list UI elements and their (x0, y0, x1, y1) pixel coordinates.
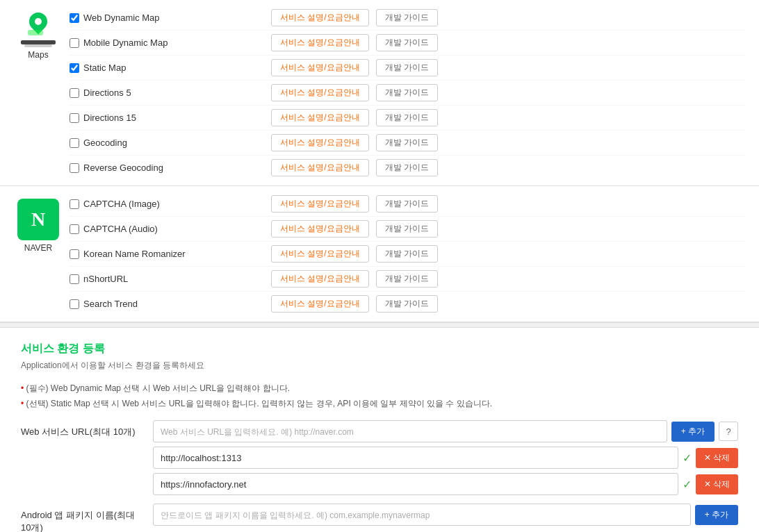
web-url-value1-input[interactable] (153, 447, 678, 469)
checkbox-korean-name[interactable] (70, 249, 79, 259)
web-url-inputs: + 추가 ? ✓ ✕ 삭제 ✓ ✕ 삭제 (153, 420, 738, 495)
android-inputs: + 추가 (153, 504, 738, 526)
checkbox-reverse-geocoding[interactable] (70, 163, 79, 173)
group-naver: N NAVER CAPTCHA (Image) 서비스 설명/요금안내 개발 가… (0, 186, 759, 322)
registration-section: 서비스 환경 등록 Application에서 이용할 서비스 환경을 등록하세… (0, 328, 759, 532)
service-btn-nshorturl[interactable]: 서비스 설명/요금안내 (271, 270, 369, 288)
guide-btn-web-dynamic-map[interactable]: 개발 가이드 (376, 9, 438, 26)
guide-btn-captcha-audio[interactable]: 개발 가이드 (376, 220, 438, 238)
service-btn-directions-15[interactable]: 서비스 설명/요금안내 (271, 109, 369, 126)
web-url-row: Web 서비스 URL(최대 10개) + 추가 ? ✓ ✕ 삭제 ✓ ✕ 삭제 (21, 420, 738, 495)
guide-btn-static-map[interactable]: 개발 가이드 (376, 59, 438, 76)
checkbox-captcha-image[interactable] (70, 199, 79, 209)
checkbox-area-mobile-dynamic-map: Mobile Dynamic Map (70, 38, 264, 48)
checkbox-area-geocoding: Geocoding (70, 138, 264, 148)
group-icon-naver: N NAVER (0, 192, 70, 253)
btn-area-captcha-audio: 서비스 설명/요금안내 개발 가이드 (271, 220, 438, 238)
group-maps: Maps Web Dynamic Map 서비스 설명/요금안내 개발 가이드 … (0, 0, 759, 186)
reg-title: 서비스 환경 등록 (21, 342, 738, 356)
btn-area-reverse-geocoding: 서비스 설명/요금안내 개발 가이드 (271, 159, 438, 176)
checkbox-nshorturl[interactable] (70, 274, 79, 284)
section-divider (0, 322, 759, 328)
checkbox-directions-5[interactable] (70, 88, 79, 98)
web-url-add-button[interactable]: + 추가 (671, 422, 715, 442)
checkbox-label-directions-15: Directions 15 (83, 113, 136, 123)
guide-btn-geocoding[interactable]: 개발 가이드 (376, 134, 438, 151)
checkbox-area-directions-5: Directions 5 (70, 88, 264, 98)
btn-area-web-dynamic-map: 서비스 설명/요금안내 개발 가이드 (271, 9, 438, 26)
checkbox-label-geocoding: Geocoding (83, 138, 127, 148)
android-add-button[interactable]: + 추가 (695, 505, 738, 525)
notice-list: • (필수) Web Dynamic Map 선택 시 Web 서비스 URL을… (21, 382, 738, 410)
web-url-delete2-button[interactable]: ✕ 삭제 (696, 474, 738, 494)
api-item-row-korean-name: Korean Name Romanizer 서비스 설명/요금안내 개발 가이드 (70, 242, 745, 267)
guide-btn-korean-name[interactable]: 개발 가이드 (376, 245, 438, 263)
guide-btn-reverse-geocoding[interactable]: 개발 가이드 (376, 159, 438, 176)
btn-area-geocoding: 서비스 설명/요금안내 개발 가이드 (271, 134, 438, 151)
service-btn-search-trend[interactable]: 서비스 설명/요금안내 (271, 295, 369, 313)
web-url-value2-input[interactable] (153, 473, 678, 495)
api-section: Maps Web Dynamic Map 서비스 설명/요금안내 개발 가이드 … (0, 0, 759, 322)
api-item-row-nshorturl: nShortURL 서비스 설명/요금안내 개발 가이드 (70, 267, 745, 292)
service-btn-reverse-geocoding[interactable]: 서비스 설명/요금안내 (271, 159, 369, 176)
guide-btn-nshorturl[interactable]: 개발 가이드 (376, 270, 438, 288)
guide-btn-directions-5[interactable]: 개발 가이드 (376, 84, 438, 101)
btn-area-captcha-image: 서비스 설명/요금안내 개발 가이드 (271, 195, 438, 213)
btn-area-search-trend: 서비스 설명/요금안내 개발 가이드 (271, 295, 438, 313)
web-url-label: Web 서비스 URL(최대 10개) (21, 420, 146, 438)
web-url-help-button[interactable]: ? (719, 422, 738, 441)
api-item-row-directions-5: Directions 5 서비스 설명/요금안내 개발 가이드 (70, 81, 745, 106)
api-item-row-captcha-audio: CAPTCHA (Audio) 서비스 설명/요금안내 개발 가이드 (70, 217, 745, 242)
web-url-input[interactable] (153, 420, 667, 442)
checkbox-area-korean-name: Korean Name Romanizer (70, 249, 264, 259)
checkbox-directions-15[interactable] (70, 113, 79, 123)
service-btn-web-dynamic-map[interactable]: 서비스 설명/요금안내 (271, 9, 369, 26)
naver-label: NAVER (24, 243, 52, 253)
checkbox-area-reverse-geocoding: Reverse Geocoding (70, 163, 264, 173)
btn-area-korean-name: 서비스 설명/요금안내 개발 가이드 (271, 245, 438, 263)
service-btn-geocoding[interactable]: 서비스 설명/요금안내 (271, 134, 369, 151)
api-item-row-search-trend: Search Trend 서비스 설명/요금안내 개발 가이드 (70, 292, 745, 316)
checkbox-area-web-dynamic-map: Web Dynamic Map (70, 13, 264, 23)
web-url-value2-row: ✓ ✕ 삭제 (153, 473, 738, 495)
service-btn-captcha-audio[interactable]: 서비스 설명/요금안내 (271, 220, 369, 238)
checkbox-area-captcha-audio: CAPTCHA (Audio) (70, 224, 264, 234)
checkbox-mobile-dynamic-map[interactable] (70, 38, 79, 48)
checkbox-area-static-map: Static Map (70, 63, 264, 73)
checkbox-label-reverse-geocoding: Reverse Geocoding (83, 163, 163, 173)
checkbox-label-korean-name: Korean Name Romanizer (83, 249, 186, 259)
guide-btn-mobile-dynamic-map[interactable]: 개발 가이드 (376, 34, 438, 51)
guide-btn-search-trend[interactable]: 개발 가이드 (376, 295, 438, 313)
android-input[interactable] (153, 504, 691, 526)
checkbox-label-directions-5: Directions 5 (83, 88, 131, 98)
checkbox-label-web-dynamic-map: Web Dynamic Map (83, 13, 160, 23)
check-icon-1: ✓ (683, 451, 692, 465)
checkbox-area-directions-15: Directions 15 (70, 113, 264, 123)
service-btn-directions-5[interactable]: 서비스 설명/요금안내 (271, 84, 369, 101)
web-url-value1-row: ✓ ✕ 삭제 (153, 447, 738, 469)
checkbox-search-trend[interactable] (70, 299, 79, 309)
checkbox-captcha-audio[interactable] (70, 224, 79, 234)
guide-btn-captcha-image[interactable]: 개발 가이드 (376, 195, 438, 213)
android-label: Android 앱 패키지 이름(최대 10개) (21, 504, 146, 532)
service-btn-static-map[interactable]: 서비스 설명/요금안내 (271, 59, 369, 76)
checkbox-web-dynamic-map[interactable] (70, 13, 79, 23)
check-icon-2: ✓ (683, 478, 692, 491)
maps-logo-icon (19, 13, 58, 49)
guide-btn-directions-15[interactable]: 개발 가이드 (376, 109, 438, 126)
checkbox-static-map[interactable] (70, 63, 79, 73)
api-item-row-directions-15: Directions 15 서비스 설명/요금안내 개발 가이드 (70, 106, 745, 131)
api-item-row-web-dynamic-map: Web Dynamic Map 서비스 설명/요금안내 개발 가이드 (70, 6, 745, 31)
checkbox-geocoding[interactable] (70, 138, 79, 148)
service-btn-korean-name[interactable]: 서비스 설명/요금안내 (271, 245, 369, 263)
checkbox-label-static-map: Static Map (83, 63, 126, 73)
naver-logo-icon: N (17, 199, 59, 240)
btn-area-directions-5: 서비스 설명/요금안내 개발 가이드 (271, 84, 438, 101)
service-btn-captcha-image[interactable]: 서비스 설명/요금안내 (271, 195, 369, 213)
items-col-maps: Web Dynamic Map 서비스 설명/요금안내 개발 가이드 Mobil… (70, 6, 759, 180)
items-col-naver: CAPTCHA (Image) 서비스 설명/요금안내 개발 가이드 CAPTC… (70, 192, 759, 316)
maps-label: Maps (28, 50, 48, 60)
service-btn-mobile-dynamic-map[interactable]: 서비스 설명/요금안내 (271, 34, 369, 51)
web-url-delete1-button[interactable]: ✕ 삭제 (696, 448, 738, 468)
checkbox-label-captcha-audio: CAPTCHA (Audio) (83, 224, 158, 234)
